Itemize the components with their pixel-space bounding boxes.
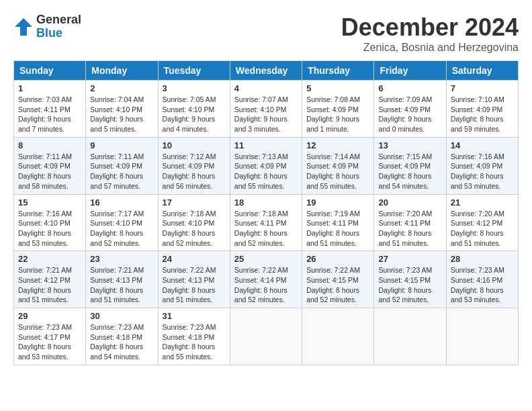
day-info: Sunrise: 7:22 AMSunset: 4:14 PMDaylight:… <box>234 265 298 305</box>
day-number: 31 <box>163 311 226 321</box>
calendar-cell-w3-d3: 18Sunrise: 7:18 AMSunset: 4:11 PMDayligh… <box>230 194 302 251</box>
logo-general-text: General <box>36 13 81 27</box>
day-info: Sunrise: 7:23 AMSunset: 4:15 PMDaylight:… <box>378 265 441 305</box>
day-number: 7 <box>451 83 514 93</box>
day-info: Sunrise: 7:17 AMSunset: 4:10 PMDaylight:… <box>90 209 153 248</box>
day-info: Sunrise: 7:15 AMSunset: 4:09 PMDaylight:… <box>378 152 441 191</box>
day-number: 9 <box>90 140 153 150</box>
calendar-week-4: 22Sunrise: 7:21 AMSunset: 4:12 PMDayligh… <box>14 251 519 308</box>
day-info: Sunrise: 7:21 AMSunset: 4:12 PMDaylight:… <box>18 265 81 305</box>
calendar-cell-w2-d6: 14Sunrise: 7:16 AMSunset: 4:09 PMDayligh… <box>446 137 518 194</box>
logo-icon <box>13 17 34 37</box>
calendar-cell-w4-d3: 25Sunrise: 7:22 AMSunset: 4:14 PMDayligh… <box>230 251 302 308</box>
calendar-cell-w5-d0: 29Sunrise: 7:23 AMSunset: 4:17 PMDayligh… <box>14 308 86 365</box>
calendar-cell-w1-d0: 1Sunrise: 7:03 AMSunset: 4:11 PMDaylight… <box>14 81 86 138</box>
day-info: Sunrise: 7:16 AMSunset: 4:10 PMDaylight:… <box>18 209 81 248</box>
calendar-week-5: 29Sunrise: 7:23 AMSunset: 4:17 PMDayligh… <box>14 308 519 365</box>
day-info: Sunrise: 7:18 AMSunset: 4:11 PMDaylight:… <box>234 209 298 248</box>
day-number: 16 <box>90 197 153 208</box>
calendar-cell-w2-d4: 12Sunrise: 7:14 AMSunset: 4:09 PMDayligh… <box>302 137 374 194</box>
day-info: Sunrise: 7:11 AMSunset: 4:09 PMDaylight:… <box>90 152 153 191</box>
day-info: Sunrise: 7:09 AMSunset: 4:09 PMDaylight:… <box>378 95 441 134</box>
day-info: Sunrise: 7:10 AMSunset: 4:09 PMDaylight:… <box>451 95 514 134</box>
day-number: 4 <box>234 83 298 93</box>
calendar-cell-w4-d1: 23Sunrise: 7:21 AMSunset: 4:13 PMDayligh… <box>86 251 158 308</box>
day-info: Sunrise: 7:12 AMSunset: 4:09 PMDaylight:… <box>163 152 226 191</box>
calendar-cell-w5-d2: 31Sunrise: 7:23 AMSunset: 4:18 PMDayligh… <box>158 308 230 365</box>
logo: General Blue <box>13 13 81 40</box>
calendar-cell-w4-d0: 22Sunrise: 7:21 AMSunset: 4:12 PMDayligh… <box>14 251 86 308</box>
day-info: Sunrise: 7:22 AMSunset: 4:13 PMDaylight:… <box>163 265 226 305</box>
title-block: December 2024 Zenica, Bosnia and Herzego… <box>341 13 519 54</box>
logo-blue-text: Blue <box>36 27 81 40</box>
calendar-cell-w1-d6: 7Sunrise: 7:10 AMSunset: 4:09 PMDaylight… <box>446 81 518 138</box>
day-number: 20 <box>378 197 441 208</box>
day-number: 1 <box>18 83 81 93</box>
calendar-cell-w4-d4: 26Sunrise: 7:22 AMSunset: 4:15 PMDayligh… <box>302 251 374 308</box>
calendar-cell-w4-d2: 24Sunrise: 7:22 AMSunset: 4:13 PMDayligh… <box>158 251 230 308</box>
day-number: 12 <box>306 140 369 150</box>
calendar-week-1: 1Sunrise: 7:03 AMSunset: 4:11 PMDaylight… <box>14 81 519 138</box>
day-number: 8 <box>18 140 81 150</box>
day-number: 6 <box>378 83 441 93</box>
day-number: 3 <box>163 83 226 93</box>
day-number: 29 <box>18 311 81 321</box>
header-thursday: Thursday <box>302 61 374 81</box>
calendar-cell-w2-d3: 11Sunrise: 7:13 AMSunset: 4:09 PMDayligh… <box>230 137 302 194</box>
calendar-cell-w1-d1: 2Sunrise: 7:04 AMSunset: 4:10 PMDaylight… <box>86 81 158 138</box>
day-info: Sunrise: 7:13 AMSunset: 4:09 PMDaylight:… <box>234 152 298 191</box>
calendar-cell-w3-d0: 15Sunrise: 7:16 AMSunset: 4:10 PMDayligh… <box>14 194 86 251</box>
calendar-cell-w5-d6 <box>446 308 518 365</box>
calendar-cell-w2-d5: 13Sunrise: 7:15 AMSunset: 4:09 PMDayligh… <box>374 137 446 194</box>
calendar-cell-w4-d6: 28Sunrise: 7:23 AMSunset: 4:16 PMDayligh… <box>446 251 518 308</box>
day-number: 22 <box>18 254 81 264</box>
calendar-cell-w5-d5 <box>374 308 446 365</box>
header-wednesday: Wednesday <box>230 61 302 81</box>
day-number: 15 <box>18 197 81 208</box>
calendar-cell-w5-d4 <box>302 308 374 365</box>
day-info: Sunrise: 7:23 AMSunset: 4:16 PMDaylight:… <box>451 265 514 305</box>
calendar-cell-w4-d5: 27Sunrise: 7:23 AMSunset: 4:15 PMDayligh… <box>374 251 446 308</box>
calendar-cell-w3-d5: 20Sunrise: 7:20 AMSunset: 4:11 PMDayligh… <box>374 194 446 251</box>
day-number: 24 <box>163 254 226 264</box>
svg-marker-0 <box>15 18 32 36</box>
day-number: 19 <box>306 197 369 208</box>
calendar-cell-w2-d2: 10Sunrise: 7:12 AMSunset: 4:09 PMDayligh… <box>158 137 230 194</box>
calendar-cell-w3-d1: 16Sunrise: 7:17 AMSunset: 4:10 PMDayligh… <box>86 194 158 251</box>
day-info: Sunrise: 7:20 AMSunset: 4:11 PMDaylight:… <box>378 209 441 248</box>
calendar-week-3: 15Sunrise: 7:16 AMSunset: 4:10 PMDayligh… <box>14 194 519 251</box>
day-info: Sunrise: 7:14 AMSunset: 4:09 PMDaylight:… <box>306 152 369 191</box>
calendar-cell-w3-d6: 21Sunrise: 7:20 AMSunset: 4:12 PMDayligh… <box>446 194 518 251</box>
header-monday: Monday <box>86 61 158 81</box>
day-number: 21 <box>451 197 514 208</box>
calendar-cell-w2-d0: 8Sunrise: 7:11 AMSunset: 4:09 PMDaylight… <box>14 137 86 194</box>
day-number: 14 <box>451 140 514 150</box>
day-info: Sunrise: 7:23 AMSunset: 4:18 PMDaylight:… <box>163 322 226 362</box>
page-header: General Blue December 2024 Zenica, Bosni… <box>13 13 519 54</box>
calendar-header-row: Sunday Monday Tuesday Wednesday Thursday… <box>14 61 519 81</box>
day-number: 10 <box>163 140 226 150</box>
calendar-week-2: 8Sunrise: 7:11 AMSunset: 4:09 PMDaylight… <box>14 137 519 194</box>
calendar-table: Sunday Monday Tuesday Wednesday Thursday… <box>13 60 519 365</box>
calendar-cell-w3-d2: 17Sunrise: 7:18 AMSunset: 4:10 PMDayligh… <box>158 194 230 251</box>
day-number: 27 <box>378 254 441 264</box>
day-info: Sunrise: 7:18 AMSunset: 4:10 PMDaylight:… <box>163 209 226 248</box>
calendar-cell-w1-d4: 5Sunrise: 7:08 AMSunset: 4:09 PMDaylight… <box>302 81 374 138</box>
day-info: Sunrise: 7:23 AMSunset: 4:17 PMDaylight:… <box>18 322 81 362</box>
calendar-cell-w1-d5: 6Sunrise: 7:09 AMSunset: 4:09 PMDaylight… <box>374 81 446 138</box>
day-info: Sunrise: 7:08 AMSunset: 4:09 PMDaylight:… <box>306 95 369 134</box>
day-info: Sunrise: 7:19 AMSunset: 4:11 PMDaylight:… <box>306 209 369 248</box>
day-number: 26 <box>306 254 369 264</box>
day-number: 28 <box>451 254 514 264</box>
calendar-cell-w1-d2: 3Sunrise: 7:05 AMSunset: 4:10 PMDaylight… <box>158 81 230 138</box>
day-info: Sunrise: 7:16 AMSunset: 4:09 PMDaylight:… <box>451 152 514 191</box>
day-number: 30 <box>90 311 153 321</box>
day-number: 18 <box>234 197 298 208</box>
day-info: Sunrise: 7:11 AMSunset: 4:09 PMDaylight:… <box>18 152 81 191</box>
month-title: December 2024 <box>341 13 519 42</box>
day-info: Sunrise: 7:23 AMSunset: 4:18 PMDaylight:… <box>90 322 153 362</box>
day-info: Sunrise: 7:04 AMSunset: 4:10 PMDaylight:… <box>90 95 153 134</box>
day-number: 17 <box>163 197 226 208</box>
header-saturday: Saturday <box>446 61 518 81</box>
day-number: 5 <box>306 83 369 93</box>
